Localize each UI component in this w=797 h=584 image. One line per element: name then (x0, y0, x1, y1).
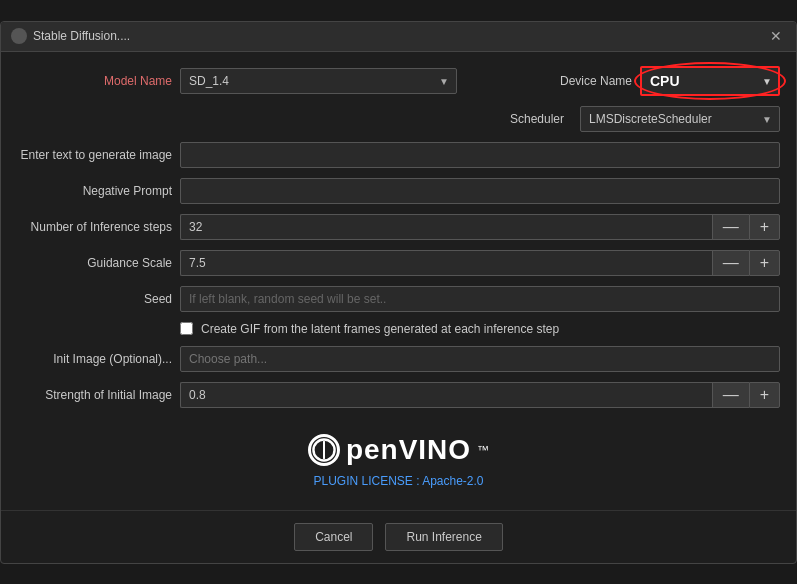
prompt-input[interactable] (180, 142, 780, 168)
device-name-label: Device Name (477, 74, 632, 88)
guidance-scale-row: Guidance Scale 7.5 — + (17, 250, 780, 276)
scheduler-row: Scheduler LMSDiscreteScheduler DDIMSched… (17, 106, 780, 132)
negative-prompt-label: Negative Prompt (17, 184, 172, 198)
init-image-input[interactable] (180, 346, 780, 372)
openvino-section: penVINO ™ PLUGIN LICENSE : Apache-2.0 (17, 418, 780, 496)
seed-row: Seed (17, 286, 780, 312)
model-name-row: Model Name SD_1.4 SD_1.5 SD_2.0 ▼ (17, 66, 457, 96)
openvino-logo: penVINO ™ (17, 434, 780, 466)
prompt-row: Enter text to generate image (17, 142, 780, 168)
strength-minus[interactable]: — (712, 382, 749, 408)
strength-input[interactable]: 0.8 (180, 382, 712, 408)
inference-steps-row: Number of Inference steps 32 — + (17, 214, 780, 240)
device-name-select[interactable]: CPU GPU AUTO (640, 66, 780, 96)
inference-steps-control: 32 — + (180, 214, 780, 240)
guidance-scale-input[interactable]: 7.5 (180, 250, 712, 276)
device-name-select-wrapper: CPU GPU AUTO ▼ (640, 66, 780, 96)
negative-prompt-row: Negative Prompt (17, 178, 780, 204)
init-image-row: Init Image (Optional)... (17, 346, 780, 372)
content-area: Model Name SD_1.4 SD_1.5 SD_2.0 ▼ Device… (1, 52, 796, 510)
guidance-scale-label: Guidance Scale (17, 256, 172, 270)
guidance-scale-minus[interactable]: — (712, 250, 749, 276)
strength-control: 0.8 — + (180, 382, 780, 408)
device-scheduler-row: Device Name CPU GPU AUTO ▼ (477, 66, 780, 96)
inference-steps-plus[interactable]: + (749, 214, 780, 240)
title-bar: Stable Diffusion.... ✕ (1, 22, 796, 52)
run-inference-button[interactable]: Run Inference (385, 523, 502, 551)
license-text: PLUGIN LICENSE : Apache-2.0 (17, 474, 780, 488)
scheduler-select-wrapper: LMSDiscreteScheduler DDIMScheduler PNDMS… (580, 106, 780, 132)
main-window: Stable Diffusion.... ✕ Model Name SD_1.4… (0, 21, 797, 564)
inference-steps-input[interactable]: 32 (180, 214, 712, 240)
prompt-label: Enter text to generate image (17, 148, 172, 162)
close-button[interactable]: ✕ (766, 28, 786, 44)
model-name-select[interactable]: SD_1.4 SD_1.5 SD_2.0 (180, 68, 457, 94)
strength-label: Strength of Initial Image (17, 388, 172, 402)
create-gif-label: Create GIF from the latent frames genera… (201, 322, 559, 336)
seed-label: Seed (17, 292, 172, 306)
negative-prompt-input[interactable] (180, 178, 780, 204)
seed-input[interactable] (180, 286, 780, 312)
top-row: Model Name SD_1.4 SD_1.5 SD_2.0 ▼ Device… (17, 66, 780, 96)
guidance-scale-control: 7.5 — + (180, 250, 780, 276)
title-bar-left: Stable Diffusion.... (11, 28, 130, 44)
footer: Cancel Run Inference (1, 510, 796, 563)
guidance-scale-plus[interactable]: + (749, 250, 780, 276)
init-image-label: Init Image (Optional)... (17, 352, 172, 366)
model-name-select-wrapper: SD_1.4 SD_1.5 SD_2.0 ▼ (180, 68, 457, 94)
strength-plus[interactable]: + (749, 382, 780, 408)
scheduler-select[interactable]: LMSDiscreteScheduler DDIMScheduler PNDMS… (580, 106, 780, 132)
inference-steps-label: Number of Inference steps (17, 220, 172, 234)
inference-steps-minus[interactable]: — (712, 214, 749, 240)
create-gif-row: Create GIF from the latent frames genera… (17, 322, 780, 336)
openvino-circle-icon (308, 434, 340, 466)
model-name-label: Model Name (17, 74, 172, 88)
cancel-button[interactable]: Cancel (294, 523, 373, 551)
app-icon (11, 28, 27, 44)
scheduler-label: Scheduler (510, 112, 564, 126)
window-title: Stable Diffusion.... (33, 29, 130, 43)
openvino-trademark: ™ (477, 443, 489, 457)
create-gif-checkbox[interactable] (180, 322, 193, 335)
openvino-name: penVINO (346, 434, 471, 466)
strength-row: Strength of Initial Image 0.8 — + (17, 382, 780, 408)
